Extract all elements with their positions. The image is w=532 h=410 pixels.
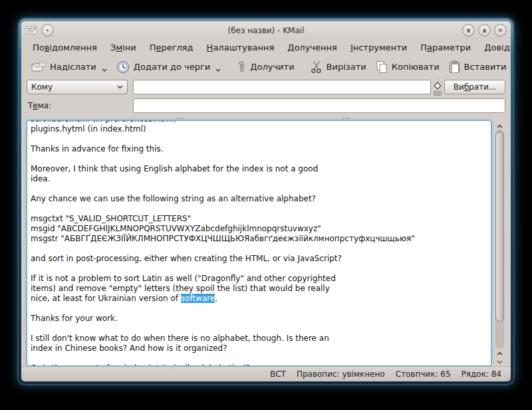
minimize-icon: ∨ (466, 27, 471, 34)
body-line: index in Chinese books? And how is it or… (31, 344, 487, 354)
choose-button-label: Вибрати... (454, 82, 497, 92)
kmail-composer-window: (без назви) - KMail ∨ ∧ ✕ Повідомлення (21, 21, 511, 381)
clipboard-icon (449, 60, 460, 74)
window-title: (без назви) - KMail (21, 26, 511, 35)
copy-button[interactable]: Копіювати (371, 58, 444, 76)
body-line: msgid "ABCDEFGHIJKLMNOPQRSTUVWXYZabcdefg… (31, 224, 487, 234)
scroll-down-button[interactable] (497, 358, 503, 366)
recipient-input[interactable] (133, 80, 431, 94)
subject-input[interactable] (133, 98, 505, 113)
maximize-icon: ∧ (481, 27, 487, 34)
scrollbar-thumb[interactable] (495, 132, 504, 322)
body-line (31, 184, 487, 194)
copy-label: Копіювати (392, 62, 440, 72)
body-line (31, 324, 487, 334)
menu-view[interactable]: Перегляд (144, 41, 200, 54)
paperclip-icon (237, 60, 246, 74)
paste-label: Вставити (464, 62, 507, 72)
body-line (31, 204, 487, 214)
body-line (31, 304, 487, 314)
chevron-down-icon (117, 85, 123, 89)
arrow-down-icon (497, 360, 503, 364)
body-line (31, 264, 487, 274)
copy-pages-icon (376, 60, 388, 74)
scroll-up-button-secondary[interactable] (497, 349, 503, 358)
stepper-up-icon: ⌃ (436, 79, 440, 82)
send-label: Надіслати (50, 62, 96, 72)
body-line: Thanks for your work. (31, 314, 487, 324)
body-line-with-selection: nice, at least for Ukrainian version of … (31, 294, 487, 304)
chevron-down-icon (215, 68, 221, 72)
composer-headers: Кому ⌃ Вибрати... Тема: (21, 78, 511, 116)
recipient-line-stepper[interactable]: ⌃ (432, 79, 443, 96)
subject-label: Тема: (27, 101, 128, 110)
body-line: idea. (31, 174, 487, 184)
attach-button[interactable]: Долучити (232, 58, 299, 76)
chevron-down-icon (102, 68, 107, 72)
titlebar-pin-button[interactable] (41, 24, 54, 37)
recipient-type-value: Кому (31, 82, 53, 92)
arrow-up-icon (497, 352, 503, 356)
minimize-button[interactable]: ∨ (462, 24, 475, 37)
menu-edit[interactable]: Зміни (104, 41, 142, 54)
menu-options[interactable]: Параметри (414, 41, 477, 54)
queue-label: Додати до черги (134, 62, 211, 72)
body-line: msgstr "АБВГҐДЕЄЖЗІЇЙКЛМНОПРСТУФХЦЧШЩЬЮЯ… (31, 234, 487, 244)
body-line: and sort in post-processing, either when… (31, 254, 487, 264)
menu-settings[interactable]: Налаштування (201, 41, 281, 54)
row-indicator: Рядок: 84 (462, 369, 501, 379)
selected-text: software (181, 294, 215, 303)
vertical-scrollbar[interactable] (494, 120, 505, 366)
insert-mode-indicator: ВСТ (270, 369, 286, 379)
queue-clock-icon (116, 60, 130, 74)
body-line: I still don't know what to do when there… (31, 334, 487, 344)
stepper-diamond-icon (434, 82, 441, 89)
splitter-handle-icon (176, 118, 178, 119)
message-body-editor[interactable]: scrollbars.html (in preferences.html) pl… (27, 120, 491, 366)
menubar: Повідомлення Зміни Перегляд Налаштування… (21, 39, 511, 56)
editor-zone: scrollbars.html (in preferences.html) pl… (21, 120, 511, 366)
menu-attach[interactable]: Долучення (281, 41, 343, 54)
body-line: Thanks in advance for fixing this. (31, 144, 487, 154)
paste-button[interactable]: Вставити (444, 58, 511, 76)
splitter-handle-icon (342, 118, 344, 119)
pin-dot-icon (47, 29, 49, 31)
statusbar: ВСТ Правопис: увімкнено Стовпчик: 65 Ряд… (21, 366, 511, 381)
menu-message[interactable]: Повідомлення (27, 41, 103, 54)
body-line: If it is not a problem to sort Latin as … (31, 274, 487, 284)
arrow-up-icon (497, 124, 503, 128)
close-icon: ✕ (497, 27, 503, 34)
attach-label: Долучити (250, 62, 294, 72)
compose-mail-icon (25, 26, 37, 35)
spellcheck-status: Правопис: увімкнено (297, 369, 385, 379)
header-editor-splitter[interactable] (21, 116, 511, 120)
body-line (31, 244, 487, 254)
stepper-handle (434, 91, 442, 96)
body-line: Moreover, I think that using English alp… (31, 164, 487, 174)
queue-button[interactable]: Додати до черги (112, 58, 226, 76)
body-line (31, 154, 487, 164)
scrollbar-track[interactable] (495, 130, 504, 349)
send-button[interactable]: Надіслати (27, 58, 112, 75)
toolbar: Надіслати Додати до черги Долучити (21, 56, 511, 78)
body-line: msgctxt "S_VALID_SHORTCUT_LETTERS" (31, 214, 487, 224)
resize-grip[interactable] (507, 378, 509, 379)
cut-button[interactable]: Вирізати (306, 58, 371, 76)
window-frame: (без назви) - KMail ∨ ∧ ✕ Повідомлення (19, 19, 513, 384)
scissors-icon (311, 60, 323, 74)
menu-help[interactable]: Довідка (478, 41, 511, 54)
scroll-up-button[interactable] (497, 122, 503, 130)
body-line (31, 134, 487, 144)
column-indicator: Стовпчик: 65 (396, 369, 451, 379)
recipient-type-combobox[interactable]: Кому (27, 80, 128, 94)
body-line: Any chance we can use the following stri… (31, 194, 487, 204)
body-line: items) and remove "empty" letters (they … (31, 284, 487, 294)
body-line: plugins.hytml (in index.html) (31, 124, 487, 134)
cut-label: Вирізати (327, 62, 366, 72)
menu-tools[interactable]: Інструменти (344, 41, 413, 54)
choose-recipient-button[interactable]: Вибрати... (444, 80, 505, 94)
maximize-button[interactable]: ∧ (478, 24, 491, 37)
close-button[interactable]: ✕ (494, 24, 507, 37)
titlebar[interactable]: (без назви) - KMail ∨ ∧ ✕ (21, 21, 511, 39)
body-line (31, 354, 487, 363)
